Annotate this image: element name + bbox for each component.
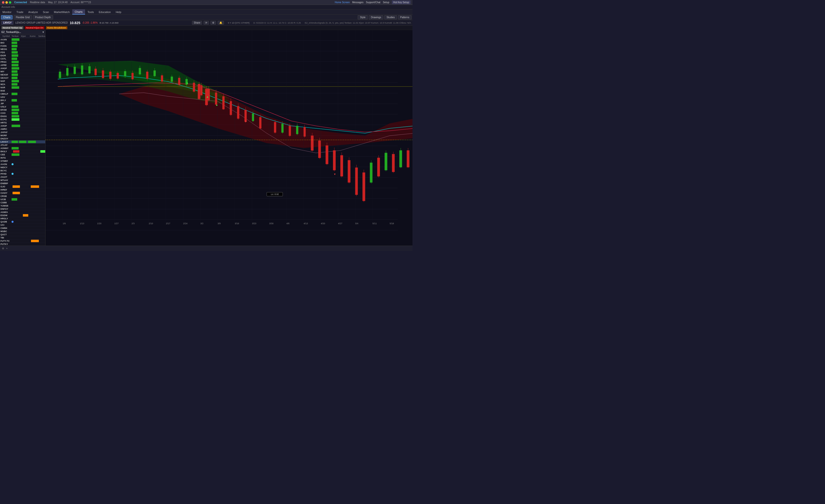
list-item[interactable]: GJO — [0, 185, 45, 188]
gear-icon[interactable]: ⚙ — [2, 247, 4, 250]
list-item[interactable]: BFLY — [0, 99, 45, 102]
nav-analyze[interactable]: Analyze — [26, 9, 40, 14]
settings-button[interactable]: ⚙ — [210, 21, 216, 24]
list-item[interactable]: CSTL — [0, 57, 45, 61]
signal-bar — [12, 118, 19, 121]
list-item[interactable]: BIO — [0, 41, 45, 45]
mac-window-controls[interactable] — [2, 1, 11, 4]
list-item[interactable]: TBI — [0, 236, 45, 239]
style-btn[interactable]: Style — [358, 15, 368, 19]
list-item[interactable]: QUCT — [0, 233, 45, 236]
list-item[interactable]: CWBK — [0, 227, 45, 230]
hotkey-btn[interactable]: Hot Key Setup — [392, 0, 410, 4]
list-item[interactable]: HRTG — [0, 121, 45, 124]
list-item[interactable]: PRSC — [0, 61, 45, 64]
list-item[interactable]: FUTY.TC — [0, 239, 45, 243]
nav-monitor[interactable]: Monitor — [0, 9, 14, 14]
list-item[interactable]: ECPG — [0, 118, 45, 121]
list-item[interactable]: AONNY — [0, 147, 45, 150]
list-item[interactable]: AAON — [0, 163, 45, 166]
list-item[interactable]: USV — [0, 96, 45, 99]
maximize-button[interactable] — [9, 1, 11, 4]
share-button[interactable]: Share — [192, 21, 202, 24]
list-item[interactable]: EPZM — [0, 109, 45, 112]
list-item[interactable]: AGM/A — [0, 211, 45, 214]
list-item[interactable]: FCEN — [0, 45, 45, 48]
home-screen-link[interactable]: Home Screen — [335, 1, 350, 4]
product-depth-btn[interactable]: Product Depth — [33, 15, 53, 19]
list-item[interactable]: IHREF — [0, 188, 45, 192]
list-item[interactable]: ZX2ZT — [0, 175, 45, 179]
minimize-button[interactable] — [5, 1, 8, 4]
list-item[interactable]: ENBBF — [0, 182, 45, 185]
nav-scan[interactable]: Scan — [40, 9, 51, 14]
sync-button[interactable]: ⟳ — [204, 21, 209, 24]
list-item[interactable]: APRE — [0, 64, 45, 67]
nav-marketwatch[interactable]: MarketWatch — [51, 9, 72, 14]
list-item[interactable]: UCIB — [0, 198, 45, 201]
patterns-btn[interactable]: Patterns — [398, 15, 411, 19]
list-item[interactable]: CEE — [0, 153, 45, 156]
list-item[interactable]: BSE — [0, 89, 45, 92]
list-item[interactable]: EIGR — [0, 54, 45, 57]
list-item[interactable]: COO — [0, 112, 45, 115]
list-item[interactable]: FDS — [0, 51, 45, 54]
list-item[interactable]: YUMSE — [0, 204, 45, 208]
list-item[interactable]: CIADY — [0, 192, 45, 195]
list-item[interactable]: BCYC — [0, 169, 45, 172]
list-item[interactable]: GEAGY — [0, 76, 45, 80]
nav-education[interactable]: Education — [96, 9, 113, 14]
list-item[interactable]: INTG — [0, 156, 45, 159]
list-item[interactable]: EGDW — [0, 214, 45, 217]
list-item[interactable]: JAPAF — [0, 131, 45, 134]
list-item[interactable]: NEXOF — [0, 73, 45, 76]
list-item[interactable]: AAXN — [0, 38, 45, 41]
list-item[interactable]: PFHD — [0, 172, 45, 175]
list-item[interactable]: AHOP — [0, 124, 45, 128]
watchlist-menu[interactable]: ▾ — [43, 31, 44, 33]
list-item[interactable]: JIP — [0, 102, 45, 105]
list-item[interactable]: MZA — [0, 83, 45, 86]
list-item[interactable]: MIY — [0, 70, 45, 73]
list-item[interactable]: MORF — [0, 134, 45, 137]
nav-tools[interactable]: Tools — [85, 9, 96, 14]
list-item[interactable]: NEOG — [0, 48, 45, 51]
plus-icon[interactable]: + — [6, 247, 8, 250]
alert-button[interactable]: 🔔 — [218, 21, 224, 24]
flexible-grid-btn[interactable]: Flexible Grid — [13, 15, 32, 19]
drawings-btn[interactable]: Drawings — [369, 15, 383, 19]
list-item[interactable]: HRGLY — [0, 217, 45, 220]
nav-trade[interactable]: Trade — [14, 9, 26, 14]
list-item[interactable]: CRSB — [0, 195, 45, 198]
list-item[interactable]: QADB — [0, 220, 45, 223]
messages-link[interactable]: Messages — [352, 1, 364, 4]
support-link[interactable]: Support/Chat — [366, 1, 380, 4]
list-item[interactable]: MSBC — [0, 230, 45, 233]
nav-help[interactable]: Help — [113, 9, 124, 14]
ticker-symbol[interactable]: LNVGY — [1, 21, 13, 24]
watchlist-dot — [12, 221, 13, 223]
list-item[interactable]: LNVGY — [0, 140, 45, 144]
list-item[interactable]: NXR — [0, 86, 45, 89]
list-item[interactable]: UCI — [0, 223, 45, 227]
list-item[interactable]: MTUAY — [0, 179, 45, 182]
charts-toolbar-btn[interactable]: Charts — [1, 15, 12, 19]
studies-btn[interactable]: Studies — [384, 15, 397, 19]
list-item[interactable]: ENSG — [0, 115, 45, 118]
list-item[interactable]: DNFGY — [0, 208, 45, 211]
nav-charts[interactable]: Charts — [72, 9, 85, 14]
list-item[interactable]: STMEF — [0, 159, 45, 163]
setup-link[interactable]: Setup — [383, 1, 389, 4]
list-item[interactable]: PUTKY — [0, 243, 45, 245]
list-item[interactable]: BKILY — [0, 150, 45, 153]
list-item[interactable]: USLV — [0, 105, 45, 109]
list-item[interactable]: AMRC — [0, 128, 45, 131]
list-item[interactable]: DNZOY — [0, 137, 45, 140]
list-item[interactable]: ATLKF — [0, 144, 45, 147]
list-item[interactable]: CSBB — [0, 201, 45, 204]
list-item[interactable]: NXP — [0, 80, 45, 83]
close-button[interactable] — [2, 1, 4, 4]
list-item[interactable]: CBKLP — [0, 92, 45, 96]
list-item[interactable]: AHGP — [0, 67, 45, 70]
list-item[interactable]: NIDCY — [0, 166, 45, 169]
